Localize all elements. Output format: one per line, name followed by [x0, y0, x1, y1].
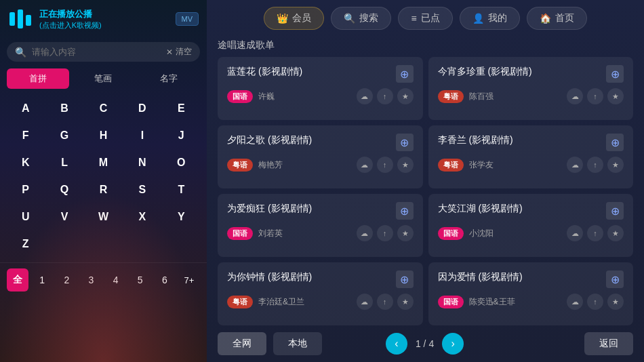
mv-badge[interactable]: MV — [176, 12, 199, 26]
add-song-button-3[interactable]: ⊕ — [606, 134, 624, 151]
now-playing-title: 正在播放公播 — [39, 8, 102, 20]
back-button[interactable]: 返回 — [584, 332, 633, 355]
up-icon-5[interactable]: ↑ — [587, 225, 603, 241]
key-S[interactable]: S — [123, 177, 161, 203]
nav-mine[interactable]: 👤 我的 — [460, 7, 520, 30]
key-G[interactable]: G — [45, 123, 83, 148]
star-icon-7[interactable]: ★ — [607, 294, 624, 310]
tab-bihua[interactable]: 笔画 — [72, 68, 134, 89]
key-L[interactable]: L — [45, 150, 83, 176]
key-T[interactable]: T — [163, 177, 200, 203]
add-song-button-2[interactable]: ⊕ — [396, 134, 414, 151]
artist-7: 陈奕迅&王菲 — [469, 296, 562, 308]
star-icon-1[interactable]: ★ — [607, 88, 624, 104]
tab-mingzi[interactable]: 名字 — [138, 68, 200, 89]
cloud-icon-7[interactable]: ☁ — [567, 294, 583, 310]
key-V[interactable]: V — [45, 204, 83, 230]
star-icon-4[interactable]: ★ — [397, 225, 414, 241]
up-icon-4[interactable]: ↑ — [377, 225, 393, 241]
song-card-header-3: 李香兰 (影视剧情) ⊕ — [438, 134, 624, 151]
nav-vip[interactable]: 👑 会员 — [264, 7, 324, 30]
key-N[interactable]: N — [123, 150, 161, 176]
add-song-button-4[interactable]: ⊕ — [396, 202, 414, 220]
mine-label: 我的 — [488, 12, 507, 24]
key-4[interactable]: 4 — [105, 269, 127, 291]
nav-home[interactable]: 🏠 首页 — [527, 7, 587, 30]
song-title-5: 大笑江湖 (影视剧情) — [438, 202, 607, 214]
prev-page-button[interactable]: ‹ — [386, 333, 407, 355]
key-K[interactable]: K — [7, 150, 44, 176]
up-icon-1[interactable]: ↑ — [587, 88, 603, 104]
up-icon-3[interactable]: ↑ — [587, 157, 603, 173]
song-title-3: 李香兰 (影视剧情) — [438, 134, 607, 146]
vip-icon: 👑 — [277, 13, 288, 24]
filter-local[interactable]: 本地 — [273, 332, 322, 355]
key-A[interactable]: A — [7, 96, 44, 121]
key-B[interactable]: B — [45, 96, 83, 121]
cloud-icon-3[interactable]: ☁ — [567, 157, 583, 173]
key-W[interactable]: W — [85, 204, 122, 230]
clear-x-icon: ✕ — [166, 47, 173, 57]
key-5[interactable]: 5 — [129, 269, 151, 291]
nav-search[interactable]: 🔍 搜索 — [331, 7, 391, 30]
bottom-bar: 全网 本地 ‹ 1 / 4 › 返回 — [207, 325, 644, 362]
main-content: 👑 会员 🔍 搜索 ≡ 已点 👤 我的 🏠 首页 途唱速成歌单 蓝莲花 (影视剧… — [207, 0, 644, 362]
key-all[interactable]: 全 — [7, 268, 28, 291]
star-icon-5[interactable]: ★ — [607, 225, 624, 241]
star-icon-0[interactable]: ★ — [397, 88, 414, 104]
key-1[interactable]: 1 — [31, 269, 53, 291]
search-input[interactable] — [32, 47, 161, 57]
key-X[interactable]: X — [123, 204, 161, 230]
clear-button[interactable]: ✕ 清空 — [166, 46, 192, 58]
star-icon-6[interactable]: ★ — [397, 294, 414, 310]
key-C[interactable]: C — [85, 96, 122, 121]
key-D[interactable]: D — [123, 96, 161, 121]
key-Q[interactable]: Q — [45, 177, 83, 203]
key-R[interactable]: R — [85, 177, 122, 203]
now-playing-bar[interactable]: 正在播放公播 (点击进入K歌视频) MV — [0, 0, 207, 38]
add-song-button-6[interactable]: ⊕ — [396, 270, 414, 288]
add-song-button-5[interactable]: ⊕ — [606, 202, 624, 220]
filter-all-network[interactable]: 全网 — [218, 332, 266, 355]
song-card-3: 李香兰 (影视剧情) ⊕ 粤语 张学友 ☁ ↑ ★ — [428, 125, 634, 188]
tab-shoupai[interactable]: 首拼 — [7, 68, 69, 89]
cloud-icon-4[interactable]: ☁ — [357, 225, 373, 241]
key-E[interactable]: E — [163, 96, 200, 121]
lang-badge-5: 国语 — [438, 227, 464, 240]
svg-rect-2 — [26, 15, 31, 26]
key-H[interactable]: H — [85, 123, 122, 148]
key-6[interactable]: 6 — [154, 269, 176, 291]
key-U[interactable]: U — [7, 204, 44, 230]
artist-0: 许巍 — [258, 91, 351, 102]
key-O[interactable]: O — [163, 150, 200, 176]
up-icon-2[interactable]: ↑ — [377, 157, 393, 173]
up-icon-7[interactable]: ↑ — [587, 294, 603, 310]
add-song-button-1[interactable]: ⊕ — [606, 65, 624, 83]
cloud-icon-6[interactable]: ☁ — [357, 294, 373, 310]
key-I[interactable]: I — [123, 123, 161, 148]
cloud-icon-1[interactable]: ☁ — [567, 88, 583, 104]
add-song-button-0[interactable]: ⊕ — [396, 65, 414, 83]
song-card-header-5: 大笑江湖 (影视剧情) ⊕ — [438, 202, 624, 220]
key-Z[interactable]: Z — [7, 231, 44, 257]
cloud-icon-2[interactable]: ☁ — [357, 157, 373, 173]
star-icon-2[interactable]: ★ — [397, 157, 414, 173]
key-M[interactable]: M — [85, 150, 122, 176]
key-2[interactable]: 2 — [56, 269, 77, 291]
key-P[interactable]: P — [7, 177, 44, 203]
page-info: 1 / 4 — [416, 338, 434, 349]
key-J[interactable]: J — [163, 123, 200, 148]
next-page-button[interactable]: › — [442, 333, 464, 355]
up-icon-0[interactable]: ↑ — [377, 88, 393, 104]
key-3[interactable]: 3 — [80, 269, 102, 291]
key-Y[interactable]: Y — [163, 204, 200, 230]
now-playing-sub: (点击进入K歌视频) — [39, 20, 102, 31]
key-7plus[interactable]: 7+ — [178, 270, 200, 291]
star-icon-3[interactable]: ★ — [607, 157, 624, 173]
cloud-icon-0[interactable]: ☁ — [357, 88, 373, 104]
up-icon-6[interactable]: ↑ — [377, 294, 393, 310]
add-song-button-7[interactable]: ⊕ — [606, 270, 624, 288]
key-F[interactable]: F — [7, 123, 44, 148]
cloud-icon-5[interactable]: ☁ — [567, 225, 583, 241]
nav-queued[interactable]: ≡ 已点 — [398, 7, 452, 30]
